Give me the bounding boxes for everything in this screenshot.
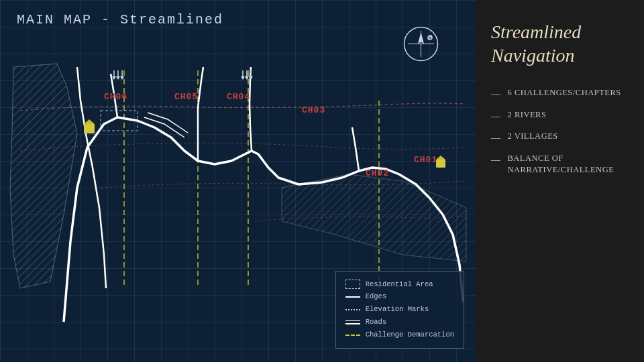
bullet-text-villages: 2 Villages xyxy=(508,131,558,143)
bullet-text-challenges: 6 CHALLENGES/CHAPTERS xyxy=(508,87,621,99)
svg-marker-9 xyxy=(10,64,77,288)
svg-text:CH03: CH03 xyxy=(302,105,325,115)
legend-edges: Edges xyxy=(345,290,454,303)
panel-title: StreamlinedNavigation xyxy=(491,20,629,67)
legend-challenge: Challenge Demarcation xyxy=(345,328,454,341)
legend-elevation-label: Elevation Marks xyxy=(366,303,429,316)
bullet-item-villages: — 2 Villages xyxy=(491,131,629,145)
bullet-dash-3: — xyxy=(491,131,501,145)
legend-edges-label: Edges xyxy=(366,290,387,303)
svg-marker-16 xyxy=(112,76,116,80)
svg-marker-28 xyxy=(84,119,95,124)
legend-elevation: Elevation Marks xyxy=(345,303,454,316)
legend-challenge-icon xyxy=(345,335,360,336)
svg-text:CH02: CH02 xyxy=(366,168,389,178)
legend-residential-label: Residential Area xyxy=(366,278,433,291)
legend-challenge-label: Challenge Demarcation xyxy=(366,328,454,341)
legend-edges-icon xyxy=(345,296,360,298)
bullet-item-balance: — Balance ofnarrative/challenge xyxy=(491,153,629,176)
svg-marker-22 xyxy=(241,76,245,80)
bullet-item-rivers: — 2 Rivers xyxy=(491,109,629,123)
map-legend: Residential Area Edges Elevation Marks R… xyxy=(335,271,464,349)
svg-marker-18 xyxy=(116,76,120,80)
legend-elevation-icon xyxy=(345,309,360,310)
bullet-text-balance: Balance ofnarrative/challenge xyxy=(508,153,614,176)
bullet-dash-2: — xyxy=(491,110,501,123)
legend-roads-icon xyxy=(345,320,360,324)
legend-residential-icon xyxy=(345,280,360,289)
svg-text:CH06: CH06 xyxy=(104,92,127,102)
bullet-text-rivers: 2 Rivers xyxy=(508,109,547,121)
svg-text:CH01: CH01 xyxy=(414,155,437,165)
right-panel: StreamlinedNavigation — 6 CHALLENGES/CHA… xyxy=(476,0,644,362)
legend-roads: Roads xyxy=(345,316,454,328)
bullet-list: — 6 CHALLENGES/CHAPTERS — 2 Rivers — 2 V… xyxy=(491,87,629,176)
bullet-item-challenges: — 6 CHALLENGES/CHAPTERS xyxy=(491,87,629,101)
svg-text:CH05: CH05 xyxy=(174,92,198,102)
svg-marker-20 xyxy=(120,76,124,80)
bullet-dash-4: — xyxy=(491,154,501,167)
bullet-dash-1: — xyxy=(491,88,501,101)
svg-text:CH04: CH04 xyxy=(227,92,250,102)
legend-roads-label: Roads xyxy=(366,316,387,328)
legend-residential: Residential Area xyxy=(345,278,454,291)
svg-rect-27 xyxy=(84,124,95,133)
map-area: MAIN MAP - Streamlined xyxy=(0,0,476,362)
